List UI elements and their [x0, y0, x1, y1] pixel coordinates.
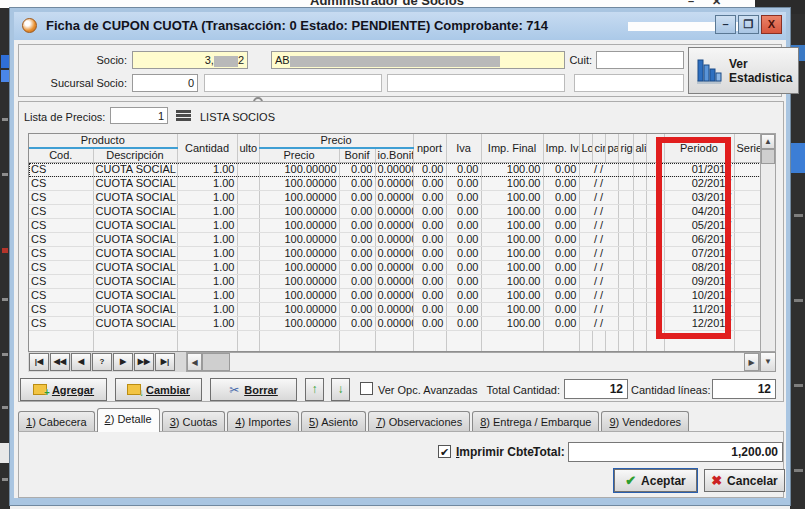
minimize-button[interactable]: –: [715, 15, 736, 34]
table-row[interactable]: CSCUOTA SOCIAL1.00100.000000.000.0000000…: [29, 261, 761, 275]
column-header[interactable]: Iva: [446, 134, 481, 163]
grid-nav-button[interactable]: ▶: [113, 353, 133, 371]
lista-precios-field[interactable]: 1: [110, 107, 168, 124]
borrar-button[interactable]: ✂ Borrar: [210, 378, 297, 401]
aceptar-button[interactable]: ✔ Aceptar: [614, 469, 697, 492]
cell-imp-final: 100.00: [481, 191, 543, 205]
table-row[interactable]: CSCUOTA SOCIAL1.00100.000000.000.0000000…: [29, 275, 761, 289]
column-header[interactable]: ali: [633, 134, 646, 163]
hscroll-thumb[interactable]: [202, 353, 230, 371]
cancelar-button[interactable]: ✖ Cancelar: [704, 469, 785, 492]
cell-precio: 100.00000: [259, 261, 339, 275]
grid-nav-button[interactable]: ?: [92, 353, 112, 371]
table-row[interactable]: CSCUOTA SOCIAL1.00100.000000.000.0000000…: [29, 289, 761, 303]
column-header[interactable]: Imp. Iva: [543, 134, 579, 163]
tab-importes[interactable]: 4) Importes: [227, 411, 299, 432]
cell-cod: CS: [29, 177, 93, 191]
column-header[interactable]: Cod.: [29, 148, 93, 163]
column-header[interactable]: Imp. Final: [481, 134, 543, 163]
table-row[interactable]: CSCUOTA SOCIAL1.00100.000000.000.0000000…: [29, 233, 761, 247]
horizontal-scrollbar[interactable]: ◀ ▶: [186, 352, 760, 372]
cell-cantidad: 1.00: [177, 177, 237, 191]
table-row[interactable]: CSCUOTA SOCIAL1.00100.000000.000.0000000…: [29, 191, 761, 205]
footer-panel: ✔ Imprimir Cbte. Total: 1,200.00 ✔ Acept…: [18, 431, 784, 498]
table-row[interactable]: CSCUOTA SOCIAL1.00100.000000.000.0000000…: [29, 163, 761, 177]
scroll-down-icon[interactable]: ▼: [760, 352, 776, 372]
column-header[interactable]: Serie: [734, 134, 761, 163]
socio-field[interactable]: 3,2: [132, 51, 248, 69]
tab-entrega-embarque[interactable]: 8) Entrega / Embarque: [472, 411, 599, 432]
cell-serie: [734, 219, 761, 233]
column-header[interactable]: Producto: [29, 134, 177, 148]
cell-iva: 0.00: [446, 303, 481, 317]
column-header[interactable]: Cantidad: [177, 134, 237, 163]
table-row[interactable]: CSCUOTA SOCIAL1.00100.000000.000.0000000…: [29, 205, 761, 219]
close-button[interactable]: X: [761, 15, 782, 34]
cell-iva: 0.00: [446, 177, 481, 191]
column-header[interactable]: Descripción: [93, 148, 177, 163]
cell-fecha: / /: [579, 247, 618, 261]
column-header[interactable]: Bonif: [339, 148, 375, 163]
tab-observaciones[interactable]: 7) Observaciones: [368, 411, 470, 432]
maximize-button[interactable]: ❐: [738, 15, 759, 34]
scroll-up-icon[interactable]: ▲: [761, 134, 775, 149]
cambiar-button[interactable]: ↓ Cambiar: [115, 378, 202, 401]
column-header[interactable]: Precio: [259, 148, 339, 163]
empty-row: [29, 331, 761, 351]
dialog-titlebar[interactable]: Ficha de CUPON CUOTA (Transacción: 0 Est…: [14, 12, 786, 40]
cell-ulto: [237, 247, 259, 261]
grid-nav-button[interactable]: ▶▶: [134, 353, 154, 371]
cell-fecha: / /: [579, 163, 618, 177]
empty-field-2: [387, 74, 565, 92]
agregar-button[interactable]: + Agregar: [20, 378, 107, 401]
items-grid[interactable]: ProductoCantidadultoPrecionportIvaImp. F…: [28, 133, 761, 352]
vertical-scrollbar[interactable]: ▲: [760, 133, 776, 352]
cell-fecha: / /: [579, 275, 618, 289]
scroll-right-icon[interactable]: ▶: [744, 353, 759, 371]
column-header[interactable]: io.Bonif: [375, 148, 413, 163]
socio-name-field[interactable]: AB: [271, 51, 565, 69]
ver-opciones-label: Ver Opc. Avanzadas: [378, 384, 477, 396]
tab-vendedores[interactable]: 9) Vendedores: [601, 411, 689, 432]
cell-ali: [633, 303, 646, 317]
tab-cuotas[interactable]: 3) Cuotas: [162, 411, 226, 432]
column-header[interactable]: Lot: [579, 134, 592, 163]
cell-bonif: 0.00: [339, 317, 375, 331]
column-header[interactable]: Precio: [259, 134, 413, 148]
tab-asiento[interactable]: 5) Asiento: [301, 411, 366, 432]
grid-nav-button[interactable]: ◀: [71, 353, 91, 371]
table-row[interactable]: CSCUOTA SOCIAL1.00100.000000.000.0000000…: [29, 303, 761, 317]
column-header[interactable]: pa: [605, 134, 618, 163]
table-row[interactable]: CSCUOTA SOCIAL1.00100.000000.000.0000000…: [29, 177, 761, 191]
total-label: Total:: [533, 445, 565, 459]
table-row[interactable]: CSCUOTA SOCIAL1.00100.000000.000.0000000…: [29, 247, 761, 261]
cell-rige: [618, 191, 633, 205]
cell-imp-final: 100.00: [481, 317, 543, 331]
scroll-left-icon[interactable]: ◀: [187, 353, 202, 371]
cell-ali: [633, 247, 646, 261]
tab-detalle[interactable]: 2) Detalle: [97, 408, 160, 432]
ver-opciones-checkbox[interactable]: [360, 382, 373, 395]
column-header[interactable]: ulto: [237, 134, 259, 163]
cell-ulto: [237, 275, 259, 289]
table-row[interactable]: CSCUOTA SOCIAL1.00100.000000.000.0000000…: [29, 219, 761, 233]
imprimir-checkbox[interactable]: ✔: [438, 445, 451, 458]
move-up-button[interactable]: ↑: [305, 378, 324, 401]
grid-nav-button[interactable]: ▶|: [155, 353, 175, 371]
cuit-field[interactable]: [596, 51, 684, 69]
list-menu-icon[interactable]: [176, 110, 191, 121]
column-header[interactable]: cim: [592, 134, 605, 163]
column-header[interactable]: nport: [413, 134, 446, 163]
sucursal-field[interactable]: 0: [132, 74, 198, 92]
ver-estadistica-button[interactable]: VerEstadistica: [688, 47, 799, 94]
table-row[interactable]: CSCUOTA SOCIAL1.00100.000000.000.0000000…: [29, 317, 761, 331]
grid-nav-button[interactable]: |◀: [29, 353, 49, 371]
tab-cabecera[interactable]: 1) Cabecera: [18, 411, 95, 432]
vscroll-thumb[interactable]: [761, 149, 775, 164]
cell-descripcion: CUOTA SOCIAL: [93, 163, 177, 177]
column-header[interactable]: rige: [618, 134, 633, 163]
move-down-button[interactable]: ↓: [331, 378, 350, 401]
background-close-icon: ✕: [712, 0, 721, 8]
grid-nav-button[interactable]: ◀◀: [50, 353, 70, 371]
cell-fecha: / /: [579, 219, 618, 233]
